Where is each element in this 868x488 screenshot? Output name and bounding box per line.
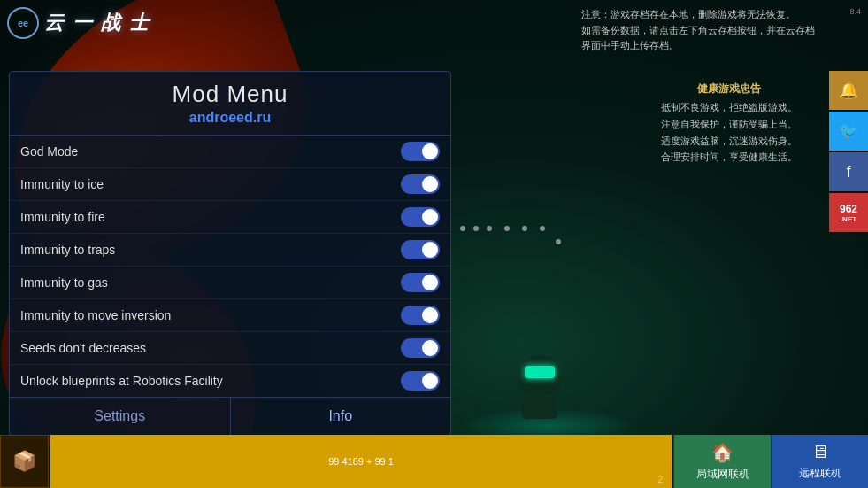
gold-bar-text: 99 4189 + 99 1 xyxy=(328,456,394,467)
twitter-button[interactable]: 🐦 xyxy=(829,112,868,151)
map-dot xyxy=(487,226,492,231)
toggle-item[interactable]: Seeds don't decreases xyxy=(10,332,450,365)
chest-icon: 📦 xyxy=(12,450,36,473)
notice-top: 注意：游戏存档存在本地，删除游戏将无法恢复。 如需备份数据，请点击左下角云存档按… xyxy=(581,7,815,54)
mod-menu-subtitle: androeed.ru xyxy=(10,110,450,126)
logo-area: ee 云 一 战 士 xyxy=(7,7,150,39)
facebook-icon: f xyxy=(846,163,850,182)
toggle-label-6: Seeds don't decreases xyxy=(20,341,146,355)
toggle-item[interactable]: God Mode xyxy=(10,136,450,168)
mod-menu-footer: Settings Info xyxy=(10,397,450,435)
bell-button[interactable]: 🔔 xyxy=(829,71,868,110)
toggle-label-4: Immunity to gas xyxy=(20,275,108,290)
bell-icon: 🔔 xyxy=(839,81,858,100)
health-line-1: 抵制不良游戏，拒绝盗版游戏。 xyxy=(661,99,797,116)
map-dot xyxy=(504,226,510,231)
toggle-switch-7[interactable] xyxy=(401,371,440,391)
remote-label: 远程联机 xyxy=(799,466,841,481)
map-dot xyxy=(473,226,479,231)
toggle-label-7: Unlock blueprints at Robotics Facility xyxy=(20,374,223,388)
map-dot-u xyxy=(556,239,561,244)
toggle-label-5: Immunity to move inversion xyxy=(20,308,171,322)
character xyxy=(513,355,566,417)
map-dot xyxy=(540,226,545,231)
mod-menu-title: Mod Menu xyxy=(10,81,450,108)
remote-button[interactable]: 🖥 远程联机 xyxy=(771,435,868,488)
health-line-4: 合理安排时间，享受健康生活。 xyxy=(661,149,797,166)
map-dot xyxy=(522,226,527,231)
toggle-switch-0[interactable] xyxy=(401,142,440,161)
lan-label: 局域网联机 xyxy=(696,467,749,482)
toggle-item[interactable]: Immunity to move inversion xyxy=(10,299,450,332)
toggle-item[interactable]: Immunity to traps xyxy=(10,234,450,267)
notice-small: 8.4 xyxy=(849,7,861,16)
toggle-switch-6[interactable] xyxy=(401,338,440,358)
toggle-label-1: Immunity to ice xyxy=(20,177,104,191)
toggle-label-2: Immunity to fire xyxy=(20,210,105,224)
toggle-item[interactable]: Immunity to gas xyxy=(10,267,450,299)
962-net-text: .NET xyxy=(841,215,856,223)
health-line-2: 注意自我保护，谨防受骗上当。 xyxy=(661,116,797,133)
toggle-switch-5[interactable] xyxy=(401,306,440,325)
settings-button[interactable]: Settings xyxy=(10,398,231,435)
health-line-3: 适度游戏益脑，沉迷游戏伤身。 xyxy=(661,133,797,150)
toggle-label-3: Immunity to traps xyxy=(20,243,115,257)
gold-bar-num: 2 xyxy=(657,475,663,484)
lan-button[interactable]: 🏠 局域网联机 xyxy=(673,435,771,488)
toggle-switch-3[interactable] xyxy=(401,240,440,259)
lan-icon: 🏠 xyxy=(711,442,734,463)
health-notice: 健康游戏忠告 抵制不良游戏，拒绝盗版游戏。 注意自我保护，谨防受骗上当。 适度游… xyxy=(661,80,797,166)
social-icons: 🔔 🐦 f 962 .NET xyxy=(829,71,868,232)
logo-circle-text: ee xyxy=(18,18,28,28)
mod-menu-panel: Mod Menu androeed.ru God Mode Immunity t… xyxy=(9,71,451,436)
bottom-bar: 📦 99 4189 + 99 1 2 🏠 局域网联机 🖥 远程联机 xyxy=(0,435,868,488)
notice-line1: 注意：游戏存档存在本地，删除游戏将无法恢复。 xyxy=(581,7,815,23)
logo-circle: ee xyxy=(7,7,39,39)
chest-icon-button[interactable]: 📦 xyxy=(0,435,49,488)
remote-icon: 🖥 xyxy=(811,442,829,462)
notice-line3: 界面中手动上传存档。 xyxy=(581,38,815,54)
962net-button[interactable]: 962 .NET xyxy=(829,193,868,232)
gold-bar[interactable]: 99 4189 + 99 1 2 xyxy=(50,435,672,488)
toggle-item[interactable]: Unlock blueprints at Robotics Facility xyxy=(10,365,450,397)
toggle-switch-2[interactable] xyxy=(401,207,440,227)
twitter-icon: 🐦 xyxy=(839,121,858,141)
info-button[interactable]: Info xyxy=(231,398,451,435)
mod-menu-header: Mod Menu androeed.ru xyxy=(10,72,450,135)
notice-line2: 如需备份数据，请点击左下角云存档按钮，并在云存档 xyxy=(581,23,815,39)
logo-text: 云 一 战 士 xyxy=(44,10,150,36)
962-text: 962 xyxy=(840,203,857,215)
map-dot xyxy=(460,226,465,231)
toggle-switch-4[interactable] xyxy=(401,273,440,292)
toggle-list: God Mode Immunity to ice Immunity to fir… xyxy=(10,136,450,397)
toggle-item[interactable]: Immunity to ice xyxy=(10,168,450,201)
facebook-button[interactable]: f xyxy=(829,152,868,191)
toggle-item[interactable]: Immunity to fire xyxy=(10,201,450,234)
toggle-label-0: God Mode xyxy=(20,144,78,159)
toggle-switch-1[interactable] xyxy=(401,174,440,194)
health-notice-title: 健康游戏忠告 xyxy=(661,80,797,97)
